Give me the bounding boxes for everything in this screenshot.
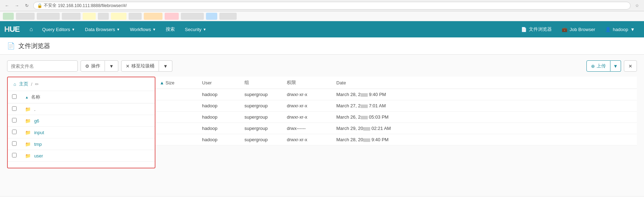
toolbar: ⚙ 操作 ▼ ✕ 移至垃圾桶 ▼ ⊕ 上传 ▼ ✕: [7, 60, 637, 72]
file-link[interactable]: g6: [34, 118, 39, 124]
folder-icon: 📁: [25, 153, 31, 159]
bookmark-2[interactable]: [16, 13, 35, 20]
row-checkbox[interactable]: [12, 118, 17, 123]
job-browser-link[interactable]: 💼 Job Browser: [557, 21, 600, 37]
file-link[interactable]: tmp: [34, 142, 42, 147]
th-checkbox: [8, 91, 21, 103]
user-cell: hadoop: [198, 123, 240, 134]
full-table: ▲ Size User 组 权限 Date: [155, 77, 637, 145]
logo-h: H: [4, 25, 10, 34]
row-checkbox[interactable]: [12, 106, 17, 111]
back-button[interactable]: ←: [4, 2, 11, 9]
th-date-label: Date: [336, 80, 346, 85]
page-icon: 📄: [7, 42, 15, 50]
new-icon: ✕: [628, 64, 632, 69]
row-checkbox-cell: [8, 115, 21, 127]
new-button[interactable]: ✕: [624, 60, 637, 72]
trash-button[interactable]: ✕ 移至垃圾桶: [121, 60, 159, 72]
nav-security[interactable]: Security ▼: [180, 21, 211, 37]
browser-bar: ← → ↻ 🔒 不安全 192.168.100.111:8888/filebro…: [0, 0, 644, 11]
th-date[interactable]: Date: [332, 77, 637, 89]
file-link[interactable]: input: [34, 130, 44, 135]
th-user[interactable]: User: [198, 77, 240, 89]
upload-button[interactable]: ⊕ 上传: [586, 60, 610, 72]
bookmark-3[interactable]: [37, 13, 60, 20]
row-checkbox[interactable]: [12, 153, 17, 157]
home-label: 主页: [19, 81, 28, 87]
th-size[interactable]: ▲ Size: [155, 77, 198, 89]
nav-query-editors-label: Query Editors: [42, 27, 70, 32]
nav-search[interactable]: 搜索: [161, 21, 180, 37]
query-editors-caret: ▼: [72, 28, 75, 31]
actions-button[interactable]: ⚙ 操作: [81, 60, 105, 72]
user-cell: hadoop: [198, 112, 240, 123]
bookmark-6[interactable]: [98, 13, 109, 20]
bookmark-9[interactable]: [144, 13, 163, 20]
actions-caret-button[interactable]: ▼: [105, 60, 118, 72]
nav-data-browsers[interactable]: Data Browsers ▼: [80, 21, 125, 37]
th-perms[interactable]: 权限: [283, 77, 332, 89]
nav-query-editors[interactable]: Query Editors ▼: [37, 21, 80, 37]
th-name[interactable]: ▲ 名称: [21, 91, 155, 103]
nav-search-label: 搜索: [166, 26, 175, 32]
security-caret: ▼: [203, 28, 206, 31]
size-cell: [155, 112, 198, 123]
th-name-label: 名称: [31, 94, 40, 100]
file-link[interactable]: user: [34, 153, 43, 159]
bookmark-10[interactable]: [165, 13, 179, 20]
table-row: hadoop supergroup drwxr-xr-x March 28, 2…: [155, 134, 637, 145]
folder-icon: 📁: [25, 142, 31, 147]
main-layout: ▼ 历史记录 🗑 ⌂ 主页 / ✏: [7, 77, 637, 168]
user-cell: hadoop: [198, 100, 240, 112]
bookmark-button[interactable]: ☆: [633, 2, 640, 9]
folder-icon: 📁: [25, 107, 31, 112]
trash-caret-button[interactable]: ▼: [159, 60, 172, 72]
home-link[interactable]: 主页: [19, 81, 28, 87]
row-checkbox[interactable]: [12, 130, 17, 134]
table-row: 📁 input: [8, 127, 155, 138]
group-cell: supergroup: [240, 123, 283, 134]
search-input[interactable]: [7, 60, 78, 72]
bookmark-5[interactable]: [83, 13, 96, 20]
date-cell: March 28, 20 9:40 PM: [332, 134, 637, 145]
upload-group: ⊕ 上传 ▼: [586, 60, 621, 72]
bookmark-7[interactable]: [111, 13, 126, 20]
bookmark-12[interactable]: [206, 13, 217, 20]
select-all-checkbox[interactable]: [12, 94, 17, 99]
user-menu[interactable]: 👤 hadoop ▼: [600, 21, 640, 37]
file-browser-link[interactable]: 📄 文件浏览器: [516, 21, 557, 37]
th-user-label: User: [202, 80, 212, 85]
nav-workflows[interactable]: Workflows ▼: [125, 21, 161, 37]
security-label: 不安全: [44, 2, 57, 8]
bookmark-13[interactable]: [219, 13, 237, 20]
file-table: ▲ 名称 📁 .: [8, 91, 155, 162]
bookmark-4[interactable]: [62, 13, 81, 20]
edit-icon[interactable]: ✏: [35, 82, 39, 87]
gear-icon: ⚙: [85, 64, 89, 69]
address-bar[interactable]: 🔒 不安全 192.168.100.111:8888/filebrowser/#…: [33, 2, 631, 10]
row-name-cell: 📁 tmp: [21, 138, 155, 150]
upload-caret-button[interactable]: ▼: [610, 60, 621, 72]
group-cell: supergroup: [240, 89, 283, 100]
th-group[interactable]: 组: [240, 77, 283, 89]
trash-icon: ✕: [126, 64, 130, 69]
table-row: 📁 user: [8, 150, 155, 162]
workflows-caret: ▼: [152, 28, 156, 31]
logo: HUE: [4, 25, 19, 34]
upload-label: 上传: [597, 63, 606, 69]
bookmark-8[interactable]: [129, 13, 142, 20]
row-checkbox-cell: [8, 127, 21, 138]
bookmark-11[interactable]: [181, 13, 204, 20]
forward-button[interactable]: →: [13, 2, 20, 9]
perms-cell: drwxr-xr-x: [283, 89, 332, 100]
group-cell: supergroup: [240, 134, 283, 145]
job-browser-label: Job Browser: [569, 27, 595, 32]
home-button[interactable]: ⌂: [25, 21, 37, 37]
perms-cell: drwx------: [283, 123, 332, 134]
file-name: .: [34, 107, 36, 112]
size-cell: [155, 123, 198, 134]
refresh-button[interactable]: ↻: [23, 2, 30, 9]
row-checkbox[interactable]: [12, 141, 17, 146]
bookmark-1[interactable]: [3, 13, 14, 20]
table-row: hadoop supergroup drwx------ March 29, 2…: [155, 123, 637, 134]
